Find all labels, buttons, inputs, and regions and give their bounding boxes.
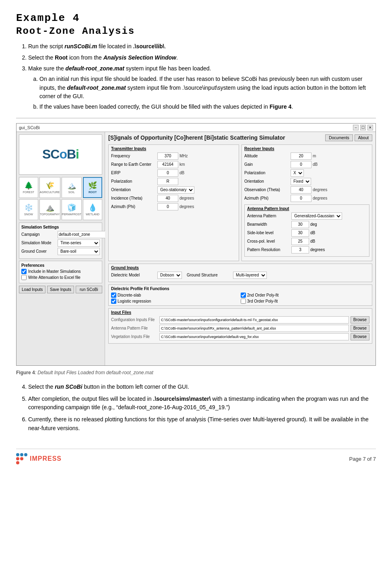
rx-gain-unit: dB bbox=[313, 162, 318, 167]
about-btn[interactable]: About bbox=[355, 134, 372, 141]
icon-soil[interactable]: 🏔️ SOIL bbox=[62, 177, 82, 198]
documents-btn[interactable]: Documents bbox=[325, 134, 353, 141]
sidelobe-unit: dB bbox=[310, 231, 315, 235]
titlebar-buttons[interactable]: – ☐ ✕ bbox=[353, 125, 373, 130]
tx-frequency-input[interactable] bbox=[157, 153, 178, 160]
logistic-checkbox[interactable] bbox=[111, 299, 116, 304]
tx-frequency-row: Frequency MHz bbox=[111, 153, 236, 160]
dielectric-model-row: Dielectric Model Dobson bbox=[111, 272, 182, 279]
rx-phi-input[interactable] bbox=[291, 195, 312, 202]
rx-altitude-input[interactable] bbox=[291, 153, 312, 160]
permafrost-label: PERMAFROST bbox=[62, 213, 82, 216]
tx-orient-select[interactable]: Geo-stationary bbox=[157, 186, 194, 194]
preferences-title: Preferences bbox=[21, 263, 100, 268]
dot-4 bbox=[16, 457, 19, 460]
ground-cover-select[interactable]: Bare-soil bbox=[58, 248, 100, 255]
crosspol-unit: dB bbox=[310, 239, 315, 243]
rx-pol-select[interactable]: X bbox=[291, 169, 304, 177]
antenna-file-label: Antenna Pattern File bbox=[111, 326, 159, 330]
ground-structure-select[interactable]: Multi-layered bbox=[233, 272, 267, 279]
tx-orient-label: Orientation bbox=[111, 188, 157, 192]
vegetation-file-input[interactable] bbox=[159, 333, 349, 340]
close-btn[interactable]: ✕ bbox=[367, 125, 373, 130]
tx-pol-input[interactable] bbox=[157, 178, 178, 185]
tx-eirp-label: EIRP bbox=[111, 171, 157, 175]
left-panel: SCoBi 🌲 FOREST 🌾 AGRICULTURE 🏔️ SOIL 🌿 bbox=[17, 132, 105, 365]
app-header-buttons: Documents About bbox=[325, 134, 372, 141]
antenna-browse-btn[interactable]: Browse bbox=[351, 325, 369, 332]
icon-agriculture[interactable]: 🌾 AGRICULTURE bbox=[39, 177, 60, 198]
forest-label: FOREST bbox=[23, 191, 34, 194]
icon-permafrost[interactable]: 🧊 PERMAFROST bbox=[62, 199, 82, 220]
section-title: Root-Zone Analysis bbox=[16, 26, 376, 37]
rx-gain-input[interactable] bbox=[291, 161, 312, 168]
agriculture-icon: 🌾 bbox=[45, 181, 54, 190]
tx-phi-label: Azimuth (Phi) bbox=[111, 204, 157, 209]
bottom-buttons: Load Inputs Save Inputs run SCoBi bbox=[19, 286, 102, 293]
tx-range-row: Range to Earth Center km bbox=[111, 161, 236, 168]
ground-inputs-box: Ground Inputs Dielectric Model Dobson Gr… bbox=[108, 264, 372, 282]
config-file-input[interactable] bbox=[159, 316, 349, 324]
tx-theta-row: Incidence (Theta) degrees bbox=[111, 195, 236, 202]
sidelobe-input[interactable] bbox=[291, 229, 309, 237]
include-master-checkbox[interactable] bbox=[21, 269, 27, 274]
tx-theta-unit: degrees bbox=[179, 196, 194, 200]
pattern-res-row: Pattern Resolution degrees bbox=[247, 246, 367, 254]
tx-pol-row: Polarization bbox=[111, 178, 236, 185]
dot-8 bbox=[20, 461, 23, 464]
app-header: [S]ignals of Opportunity [Co]herent [Bi]… bbox=[108, 134, 372, 141]
transmitter-box: Transmitter Inputs Frequency MHz Range t… bbox=[108, 144, 239, 261]
ground-structure-row: Ground Structure Multi-layered bbox=[187, 272, 267, 279]
gui-title: gui_SCoBi bbox=[19, 125, 40, 130]
tx-phi-input[interactable] bbox=[157, 203, 178, 210]
tx-pol-label: Polarization bbox=[111, 179, 157, 183]
poly2-checkbox[interactable] bbox=[241, 293, 246, 298]
page-footer: IMPRESS Page 7 of 7 bbox=[16, 449, 376, 464]
antenna-file-input[interactable] bbox=[159, 325, 349, 332]
rx-pol-row: Polarization X bbox=[244, 169, 369, 177]
tx-eirp-input[interactable] bbox=[157, 169, 178, 177]
campaign-input[interactable] bbox=[58, 231, 111, 238]
rx-orient-select[interactable]: Fixed bbox=[291, 178, 311, 185]
poly2-label: 2nd Order Poly-fit bbox=[247, 293, 279, 297]
config-browse-btn[interactable]: Browse bbox=[351, 316, 369, 324]
rx-obs-label: Observation (Theta) bbox=[244, 188, 291, 192]
run-scobj-btn[interactable]: run SCoBi bbox=[76, 286, 102, 293]
beamwidth-input[interactable] bbox=[291, 221, 309, 228]
ground-structure-label: Ground Structure bbox=[187, 273, 233, 277]
dielectric-model-select[interactable]: Dobson bbox=[157, 272, 182, 279]
tx-theta-input[interactable] bbox=[157, 195, 178, 202]
step-2: Select the Root icon from the Analysis S… bbox=[28, 54, 376, 62]
dot-5 bbox=[20, 457, 23, 460]
crosspol-input[interactable] bbox=[291, 238, 309, 245]
sim-mode-select[interactable]: Time-series bbox=[58, 239, 100, 247]
maximize-btn[interactable]: ☐ bbox=[360, 125, 366, 130]
write-attenuation-checkbox[interactable] bbox=[21, 275, 27, 280]
vegetation-browse-btn[interactable]: Browse bbox=[351, 333, 369, 340]
rx-obs-row: Observation (Theta) degrees bbox=[244, 186, 369, 194]
antenna-pattern-select[interactable]: Generalized-Gaussian bbox=[291, 212, 342, 220]
load-inputs-btn[interactable]: Load Inputs bbox=[19, 286, 45, 293]
gui-titlebar: gui_SCoBi – ☐ ✕ bbox=[17, 124, 375, 132]
rx-obs-input[interactable] bbox=[291, 186, 312, 194]
tx-frequency-unit: MHz bbox=[179, 154, 188, 158]
step-3: Make sure the default-root_zone.mat syst… bbox=[28, 64, 376, 111]
save-inputs-btn[interactable]: Save Inputs bbox=[47, 286, 74, 293]
antenna-file-row: Antenna Pattern File Browse bbox=[111, 325, 369, 332]
rx-gain-label: Gain bbox=[244, 162, 291, 167]
icon-wetland[interactable]: 💧 WETLAND bbox=[83, 199, 102, 220]
config-file-label: Configuration Inputs File bbox=[111, 317, 159, 322]
icon-root[interactable]: 🌿 ROOT bbox=[83, 177, 102, 198]
icon-topography[interactable]: ⛰️ TOPOGRAPHY bbox=[39, 199, 60, 220]
tx-frequency-label: Frequency bbox=[111, 154, 157, 158]
beamwidth-row: Beamwidth deg bbox=[247, 221, 367, 228]
icon-forest[interactable]: 🌲 FOREST bbox=[19, 177, 38, 198]
icon-snow[interactable]: ❄️ SNOW bbox=[19, 199, 38, 220]
step-6: Currently, there is no released plotting… bbox=[28, 415, 376, 433]
step-3b: If the values have been loaded correctly… bbox=[39, 103, 376, 111]
minimize-btn[interactable]: – bbox=[353, 125, 359, 130]
discrete-slab-checkbox[interactable] bbox=[111, 293, 116, 298]
tx-range-input[interactable] bbox=[157, 161, 178, 168]
pattern-res-input[interactable] bbox=[291, 246, 309, 254]
poly3-checkbox[interactable] bbox=[241, 299, 246, 304]
